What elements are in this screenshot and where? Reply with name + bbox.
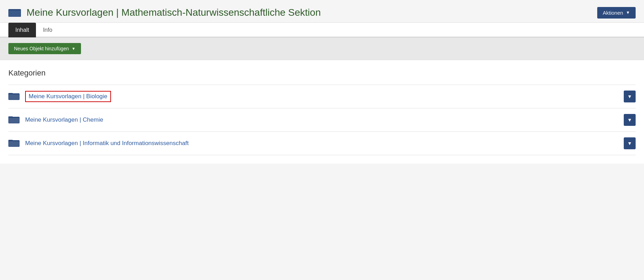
folder-icon-1: [8, 92, 20, 101]
page-header: Meine Kursvorlagen | Mathematisch-Naturw…: [0, 0, 644, 23]
category-link-1[interactable]: Meine Kursvorlagen | Biologie: [25, 91, 111, 102]
category-item-left-2: Meine Kursvorlagen | Chemie: [8, 115, 103, 125]
actions-button[interactable]: Aktionen ▼: [597, 7, 636, 19]
svg-rect-6: [9, 94, 19, 100]
folder-icon-3: [8, 138, 20, 148]
category-item-left-1: Meine Kursvorlagen | Biologie: [8, 91, 111, 102]
main-content: Kategorien Meine Kursvorlagen | Biologie…: [0, 60, 644, 164]
chevron-down-icon-3: ▼: [627, 141, 632, 146]
category-link-3[interactable]: Meine Kursvorlagen | Informatik und Info…: [25, 140, 188, 147]
category-dropdown-btn-3[interactable]: ▼: [624, 137, 636, 149]
toolbar-bar: Neues Objekt hinzufügen ▼: [0, 37, 644, 60]
tab-info[interactable]: Info: [36, 23, 59, 37]
header-left: Meine Kursvorlagen | Mathematisch-Naturw…: [8, 6, 321, 19]
add-button-caret-icon: ▼: [72, 46, 75, 51]
svg-rect-4: [9, 10, 21, 16]
list-item: Meine Kursvorlagen | Biologie ▼: [8, 85, 636, 108]
list-item: Meine Kursvorlagen | Informatik und Info…: [8, 132, 636, 155]
list-item: Meine Kursvorlagen | Chemie ▼: [8, 108, 636, 132]
chevron-down-icon-2: ▼: [627, 117, 632, 123]
category-list: Meine Kursvorlagen | Biologie ▼ Meine Ku…: [8, 85, 636, 155]
section-title: Kategorien: [8, 69, 636, 78]
chevron-down-icon-1: ▼: [627, 94, 632, 99]
category-link-2[interactable]: Meine Kursvorlagen | Chemie: [25, 116, 103, 123]
svg-rect-8: [9, 118, 19, 123]
folder-icon-2: [8, 115, 20, 125]
add-button-label: Neues Objekt hinzufügen: [14, 46, 69, 51]
page-title: Meine Kursvorlagen | Mathematisch-Naturw…: [27, 7, 321, 18]
actions-caret-icon: ▼: [626, 10, 630, 15]
tabs-bar: Inhalt Info: [0, 23, 644, 37]
actions-button-label: Aktionen: [603, 10, 623, 16]
svg-rect-10: [9, 141, 19, 146]
tab-inhalt[interactable]: Inhalt: [8, 23, 36, 37]
category-dropdown-btn-2[interactable]: ▼: [624, 114, 636, 126]
category-dropdown-btn-1[interactable]: ▼: [624, 91, 636, 102]
add-object-button[interactable]: Neues Objekt hinzufügen ▼: [8, 43, 81, 54]
folder-icon-header: [8, 6, 21, 19]
category-item-left-3: Meine Kursvorlagen | Informatik und Info…: [8, 138, 188, 148]
